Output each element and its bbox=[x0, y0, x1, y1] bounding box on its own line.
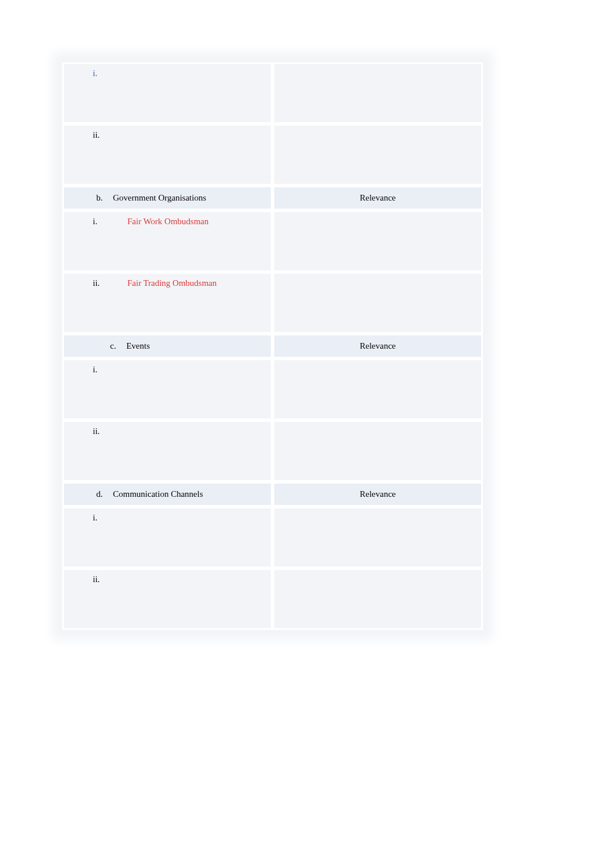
relevance-cell bbox=[273, 210, 483, 272]
section-header-row: c. Events Relevance bbox=[62, 334, 483, 358]
table-row: i. bbox=[62, 507, 483, 568]
relevance-header-cell: Relevance bbox=[273, 186, 483, 210]
section-title-cell: b. Government Organisations bbox=[62, 186, 273, 210]
document-table: i. ii. b. bbox=[62, 62, 483, 630]
table-row: ii. bbox=[62, 420, 483, 482]
item-cell: i. bbox=[62, 507, 273, 568]
roman-numeral: ii. bbox=[93, 130, 105, 140]
outline-table: i. ii. b. bbox=[62, 62, 483, 630]
roman-numeral: ii. bbox=[93, 427, 105, 436]
item-cell: ii. bbox=[62, 568, 273, 630]
roman-numeral: i. bbox=[93, 513, 105, 523]
item-cell: ii. Fair Trading Ombudsman bbox=[62, 272, 273, 334]
roman-numeral: i. bbox=[93, 217, 105, 227]
item-text: Fair Trading Ombudsman bbox=[127, 278, 217, 288]
section-letter: b. bbox=[96, 193, 103, 203]
section-title: Events bbox=[126, 341, 150, 350]
item-cell: ii. bbox=[62, 124, 273, 186]
item-cell: i. bbox=[62, 62, 273, 124]
section-letter: d. bbox=[96, 489, 103, 499]
table-row: ii. Fair Trading Ombudsman bbox=[62, 272, 483, 334]
relevance-cell bbox=[273, 420, 483, 482]
table-row: ii. bbox=[62, 568, 483, 630]
item-text: Fair Work Ombudsman bbox=[127, 217, 209, 227]
relevance-cell bbox=[273, 272, 483, 334]
relevance-cell bbox=[273, 568, 483, 630]
section-title-cell: d. Communication Channels bbox=[62, 482, 273, 507]
item-cell: ii. bbox=[62, 420, 273, 482]
roman-numeral: ii. bbox=[93, 278, 105, 288]
item-cell: i. Fair Work Ombudsman bbox=[62, 210, 273, 272]
item-cell: i. bbox=[62, 358, 273, 420]
roman-numeral: i. bbox=[93, 365, 105, 375]
section-header-row: d. Communication Channels Relevance bbox=[62, 482, 483, 507]
table-row: i. bbox=[62, 358, 483, 420]
relevance-cell bbox=[273, 507, 483, 568]
relevance-header-cell: Relevance bbox=[273, 334, 483, 358]
relevance-header-cell: Relevance bbox=[273, 482, 483, 507]
section-title-cell: c. Events bbox=[62, 334, 273, 358]
roman-numeral: ii. bbox=[93, 575, 105, 584]
section-title: Communication Channels bbox=[113, 489, 203, 499]
section-letter: c. bbox=[110, 341, 116, 351]
relevance-cell bbox=[273, 62, 483, 124]
roman-numeral: i. bbox=[93, 69, 105, 78]
section-header-row: b. Government Organisations Relevance bbox=[62, 186, 483, 210]
section-title: Government Organisations bbox=[113, 193, 206, 202]
table-row: i. Fair Work Ombudsman bbox=[62, 210, 483, 272]
relevance-cell bbox=[273, 124, 483, 186]
table-row: i. bbox=[62, 62, 483, 124]
relevance-cell bbox=[273, 358, 483, 420]
table-row: ii. bbox=[62, 124, 483, 186]
